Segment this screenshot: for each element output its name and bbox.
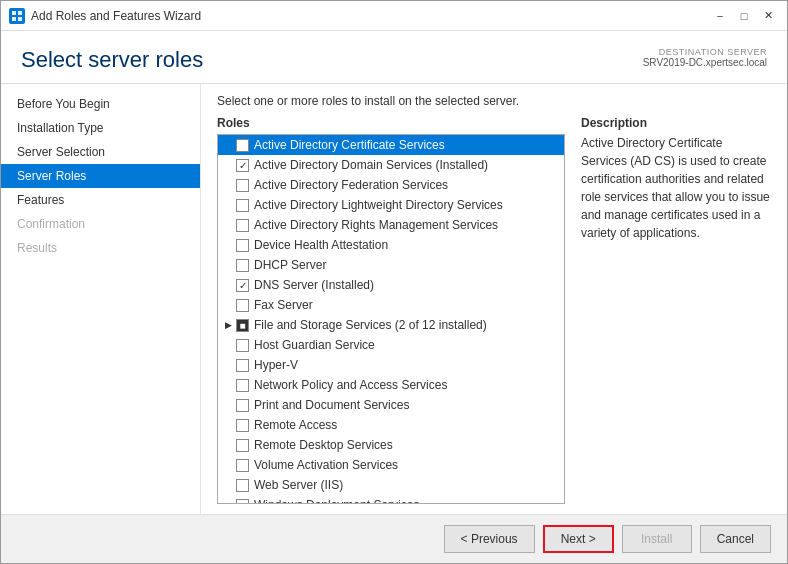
role-name: Active Directory Rights Management Servi… [254,218,498,232]
role-name: Host Guardian Service [254,338,375,352]
role-item[interactable]: Host Guardian Service [218,335,564,355]
sidebar-item-server-selection[interactable]: Server Selection [1,140,200,164]
role-name: Active Directory Lightweight Directory S… [254,198,503,212]
expand-icon [222,379,234,391]
page-title: Select server roles [21,47,203,73]
expand-icon [222,219,234,231]
install-button[interactable]: Install [622,525,692,553]
role-name: Remote Desktop Services [254,438,393,452]
role-item[interactable]: ▶■File and Storage Services (2 of 12 ins… [218,315,564,335]
expand-icon [222,399,234,411]
role-checkbox[interactable]: ✓ [236,279,249,292]
previous-button[interactable]: < Previous [444,525,535,553]
role-checkbox[interactable] [236,399,249,412]
role-checkbox[interactable] [236,459,249,472]
role-name: Web Server (IIS) [254,478,343,492]
role-checkbox[interactable] [236,259,249,272]
role-name: Fax Server [254,298,313,312]
expand-icon [222,179,234,191]
role-name: Device Health Attestation [254,238,388,252]
roles-panel: Roles Active Directory Certificate Servi… [217,116,565,504]
destination-server-name: SRV2019-DC.xpertsec.local [643,57,767,68]
role-item[interactable]: Remote Desktop Services [218,435,564,455]
expand-icon [222,359,234,371]
next-button[interactable]: Next > [543,525,614,553]
role-item[interactable]: Device Health Attestation [218,235,564,255]
cancel-button[interactable]: Cancel [700,525,771,553]
role-checkbox[interactable] [236,499,249,503]
description-text: Active Directory Certificate Services (A… [581,134,771,242]
footer: < Previous Next > Install Cancel [1,514,787,563]
role-checkbox[interactable] [236,479,249,492]
role-item[interactable]: Volume Activation Services [218,455,564,475]
role-item[interactable]: Active Directory Federation Services [218,175,564,195]
role-checkbox[interactable] [236,219,249,232]
window-title: Add Roles and Features Wizard [31,9,709,23]
maximize-button[interactable]: □ [733,7,755,25]
expand-icon [222,279,234,291]
roles-list[interactable]: Active Directory Certificate Services✓Ac… [218,135,564,503]
instruction-text: Select one or more roles to install on t… [217,94,771,108]
role-item[interactable]: Fax Server [218,295,564,315]
role-checkbox[interactable]: ■ [236,319,249,332]
header-section: Select server roles DESTINATION SERVER S… [1,31,787,84]
title-bar: Add Roles and Features Wizard − □ ✕ [1,1,787,31]
role-name: DNS Server (Installed) [254,278,374,292]
role-item[interactable]: DHCP Server [218,255,564,275]
role-item[interactable]: Active Directory Rights Management Servi… [218,215,564,235]
role-checkbox[interactable] [236,199,249,212]
sidebar-item-installation-type[interactable]: Installation Type [1,116,200,140]
role-item[interactable]: Hyper-V [218,355,564,375]
role-checkbox[interactable] [236,339,249,352]
role-checkbox[interactable] [236,379,249,392]
role-item[interactable]: Active Directory Lightweight Directory S… [218,195,564,215]
destination-server-info: DESTINATION SERVER SRV2019-DC.xpertsec.l… [643,47,767,68]
role-item[interactable]: Windows Deployment Services [218,495,564,503]
svg-rect-0 [12,11,16,15]
role-name: File and Storage Services (2 of 12 insta… [254,318,487,332]
svg-rect-3 [18,17,22,21]
sidebar-item-server-roles[interactable]: Server Roles [1,164,200,188]
expand-icon [222,439,234,451]
expand-icon [222,339,234,351]
role-item[interactable]: Active Directory Certificate Services [218,135,564,155]
expand-icon [222,139,234,151]
role-checkbox[interactable] [236,179,249,192]
expand-icon [222,479,234,491]
role-checkbox[interactable] [236,419,249,432]
role-item[interactable]: Network Policy and Access Services [218,375,564,395]
main-wrapper: Select server roles DESTINATION SERVER S… [1,31,787,563]
window-controls: − □ ✕ [709,7,779,25]
role-checkbox[interactable] [236,139,249,152]
role-checkbox[interactable] [236,239,249,252]
roles-header: Roles [217,116,565,130]
expand-icon [222,499,234,503]
role-item[interactable]: Print and Document Services [218,395,564,415]
sidebar-item-features[interactable]: Features [1,188,200,212]
roles-list-container: Active Directory Certificate Services✓Ac… [217,134,565,504]
sidebar-item-before-you-begin[interactable]: Before You Begin [1,92,200,116]
wizard-window: Add Roles and Features Wizard − □ ✕ Sele… [0,0,788,564]
close-button[interactable]: ✕ [757,7,779,25]
description-header: Description [581,116,771,130]
sidebar-item-confirmation: Confirmation [1,212,200,236]
role-item[interactable]: ✓DNS Server (Installed) [218,275,564,295]
role-checkbox[interactable] [236,359,249,372]
sidebar: Before You Begin Installation Type Serve… [1,84,201,514]
expand-icon[interactable]: ▶ [222,319,234,331]
role-checkbox[interactable] [236,439,249,452]
role-checkbox[interactable]: ✓ [236,159,249,172]
role-item[interactable]: ✓Active Directory Domain Services (Insta… [218,155,564,175]
svg-rect-1 [18,11,22,15]
role-checkbox[interactable] [236,299,249,312]
role-name: Remote Access [254,418,337,432]
role-name: Network Policy and Access Services [254,378,447,392]
role-name: Active Directory Certificate Services [254,138,445,152]
minimize-button[interactable]: − [709,7,731,25]
sidebar-item-results: Results [1,236,200,260]
role-name: Print and Document Services [254,398,409,412]
role-item[interactable]: Web Server (IIS) [218,475,564,495]
role-name: Active Directory Domain Services (Instal… [254,158,488,172]
role-item[interactable]: Remote Access [218,415,564,435]
expand-icon [222,259,234,271]
